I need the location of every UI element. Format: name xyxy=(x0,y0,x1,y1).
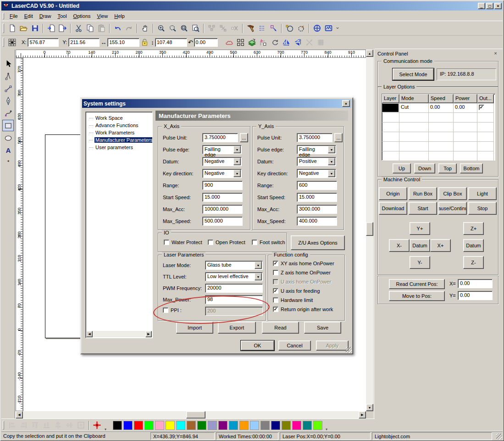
palette-swatch[interactable] xyxy=(229,421,238,430)
io-checkbox-row[interactable]: Water Protect xyxy=(164,240,202,245)
pulse-unit-field[interactable]: 3.750000 xyxy=(202,133,238,142)
layer-up-button[interactable]: Up xyxy=(393,163,411,173)
tree-scroll-right-icon[interactable]: ▶ xyxy=(145,331,152,337)
tool-rectangle[interactable] xyxy=(2,120,14,131)
open-icon[interactable] xyxy=(18,23,29,33)
toolbar-grip[interactable] xyxy=(3,38,4,47)
dropdown-ttllevel[interactable]: Low level effective▼ xyxy=(205,272,263,281)
tree-item-1[interactable]: Advance Functions xyxy=(86,122,152,129)
output-checkbox[interactable] xyxy=(479,105,484,110)
jog-x-plus-button[interactable]: X+ xyxy=(430,239,451,252)
export-icon[interactable] xyxy=(57,23,68,33)
copy-icon[interactable] xyxy=(85,23,95,33)
value-field[interactable]: 15.000 xyxy=(202,193,243,202)
io-checkbox-row[interactable]: Foot switch xyxy=(252,240,285,245)
scroll-left-icon[interactable]: ◀ xyxy=(16,411,23,419)
machine-download-button[interactable]: Download xyxy=(379,202,407,215)
jog-z-datum-button[interactable]: Datum xyxy=(463,239,484,252)
tool-bezier[interactable] xyxy=(2,107,14,119)
dropdown-pulseedge[interactable]: Failling edge▼ xyxy=(202,145,242,154)
checkbox[interactable] xyxy=(273,288,278,294)
read-current-pos-button[interactable]: Read Current Pos: xyxy=(389,279,445,289)
chevron-down-icon[interactable]: ▼ xyxy=(233,170,241,177)
tool-text[interactable]: A xyxy=(2,145,14,156)
pulse-unit-field[interactable]: 3.750000 xyxy=(297,133,332,142)
ppi-checkbox[interactable] xyxy=(163,307,168,313)
value-field[interactable]: 10000.000 xyxy=(202,205,243,214)
redo-icon[interactable] xyxy=(124,23,134,33)
value-field[interactable]: 15.000 xyxy=(297,193,337,202)
tool-palette-collapse-icon[interactable]: ◂ xyxy=(7,159,9,163)
zoom-in-icon[interactable] xyxy=(156,23,166,33)
layer-top-button[interactable]: Top xyxy=(438,163,457,173)
function-checkbox-row[interactable]: Z axis home OnPower xyxy=(273,270,331,275)
vertical-scroll-thumb[interactable] xyxy=(366,222,373,236)
palette-swatch[interactable] xyxy=(166,421,175,430)
tree-item-0[interactable]: Work Space xyxy=(86,114,152,122)
toolbar-grip[interactable] xyxy=(3,23,4,33)
maximize-button[interactable]: □ xyxy=(486,3,493,9)
tool-pen[interactable] xyxy=(2,95,14,106)
checkbox[interactable] xyxy=(164,240,169,245)
checkbox[interactable] xyxy=(252,240,257,245)
checkbox[interactable] xyxy=(273,270,278,275)
jog-z-zminus-button[interactable]: Z- xyxy=(463,256,484,269)
column-header[interactable]: Speed xyxy=(429,94,454,103)
scroll-right-icon[interactable]: ▶ xyxy=(359,411,366,419)
zoom-selection-icon[interactable] xyxy=(179,23,189,33)
chevron-down-icon[interactable]: ▼ xyxy=(328,170,335,177)
horizontal-scrollbar[interactable]: ◀ ▶ xyxy=(16,411,366,419)
chevron-down-icon[interactable]: ▼ xyxy=(255,262,262,269)
column-header[interactable]: Layer xyxy=(382,94,399,103)
toolbar-overflow-icon[interactable]: ▾ xyxy=(105,427,106,431)
pos-y-field[interactable]: 0.00 xyxy=(458,291,493,300)
zoom-page-icon[interactable] xyxy=(190,23,201,33)
function-checkbox-row[interactable]: Return origin after work xyxy=(273,307,333,312)
cut-icon[interactable] xyxy=(73,23,84,33)
value-field[interactable]: 400.000 xyxy=(297,217,337,226)
dropdown-lasermode[interactable]: Glass tube▼ xyxy=(205,261,263,270)
machine-light-button[interactable]: Light xyxy=(468,187,497,200)
node-delete-icon[interactable] xyxy=(229,23,240,33)
function-checkbox-row[interactable]: XY axis home OnPower xyxy=(273,261,334,266)
rotate-node-icon[interactable] xyxy=(296,23,306,33)
io-checkbox-row[interactable]: Open Protect xyxy=(208,240,245,245)
cancel-button[interactable]: Cancel xyxy=(278,341,311,351)
ok-button[interactable]: OK xyxy=(241,341,274,351)
chevron-down-icon[interactable]: ▼ xyxy=(255,273,262,280)
toolbar-grip[interactable] xyxy=(3,13,4,19)
layer-mode-cell[interactable]: Cut xyxy=(399,103,429,113)
menu-item-edit[interactable]: Edit xyxy=(21,12,36,20)
zu-axes-options-button[interactable]: Z/U Axes Options xyxy=(291,235,345,250)
palette-swatch[interactable] xyxy=(271,421,280,430)
jog-datum-button[interactable]: Datum xyxy=(410,239,430,252)
table-row[interactable]: Cut0.000.00 xyxy=(382,103,495,113)
value-field[interactable]: 900 xyxy=(202,181,243,190)
function-checkbox-row[interactable]: U axis for feeding xyxy=(273,288,320,294)
menu-item-view[interactable]: View xyxy=(94,12,111,20)
palette-swatch[interactable] xyxy=(113,421,122,430)
layer-speed-cell[interactable]: 0.00 xyxy=(429,103,454,113)
minimize-button[interactable]: _ xyxy=(478,3,485,9)
toolbar-grip[interactable] xyxy=(3,421,4,430)
ppi-checkbox-row[interactable]: PPI : xyxy=(163,307,182,313)
layers-icon[interactable] xyxy=(247,37,257,48)
node-select-icon[interactable] xyxy=(268,23,279,33)
value-field[interactable]: 500.000 xyxy=(202,217,243,226)
scroll-down-icon[interactable]: ▼ xyxy=(366,404,373,411)
menu-item-draw[interactable]: Draw xyxy=(36,12,55,20)
palette-swatch[interactable] xyxy=(282,421,291,430)
palette-swatch[interactable] xyxy=(260,421,270,430)
horizontal-scroll-thumb[interactable] xyxy=(186,411,205,419)
layer-down-button[interactable]: Down xyxy=(414,163,435,173)
move-to-pos-button[interactable]: Move to Pos: xyxy=(389,291,445,301)
save-icon[interactable] xyxy=(30,23,40,33)
scroll-up-icon[interactable]: ▲ xyxy=(366,50,373,57)
control-panel-close-icon[interactable]: × xyxy=(492,50,499,57)
palette-swatch[interactable] xyxy=(292,421,301,430)
layer-bottom-button[interactable]: Bottom xyxy=(460,163,483,173)
checkbox[interactable] xyxy=(273,261,278,266)
zoom-dynamic-icon[interactable] xyxy=(167,23,178,33)
resize-grip[interactable] xyxy=(496,434,502,440)
checkbox[interactable] xyxy=(273,307,278,312)
